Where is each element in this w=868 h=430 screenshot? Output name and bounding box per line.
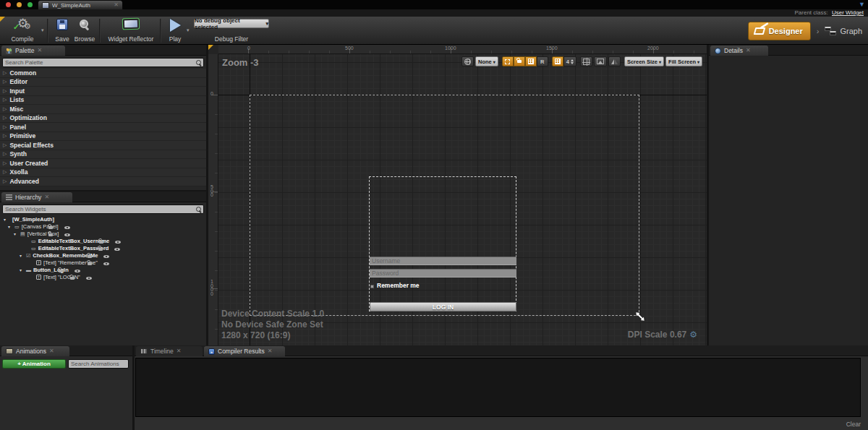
close-tab-icon[interactable]: ✕ (746, 48, 751, 53)
expander-icon[interactable]: ▷ (3, 142, 7, 148)
window-menu-icon[interactable]: ▼ (859, 1, 865, 8)
localization-preview-button[interactable] (461, 56, 474, 66)
expander-icon[interactable]: ▷ (3, 97, 7, 103)
tab-animations[interactable]: Animations ✕ (1, 346, 69, 356)
lock-icon[interactable] (88, 262, 92, 265)
tab-details[interactable]: Details ✕ (710, 46, 768, 56)
expander-icon[interactable]: ▾ (14, 231, 18, 236)
palette-category-row[interactable]: ▷ Xsolla (0, 168, 206, 178)
tab-hierarchy[interactable]: Hierarchy ✕ (1, 192, 72, 202)
hierarchy-tree-row[interactable]: T [Text] "LOG IN" (0, 273, 206, 280)
close-tab-icon[interactable]: ✕ (37, 48, 42, 53)
save-button[interactable]: Save (53, 19, 72, 43)
palette-category-row[interactable]: ▷ Optimization (0, 114, 206, 124)
add-animation-button[interactable]: + Animation (2, 359, 66, 369)
widget-reflector-button[interactable]: Widget Reflector (105, 19, 157, 43)
preview-culture-dropdown[interactable]: None ▾ (475, 56, 498, 66)
palette-category-row[interactable]: ▷ Lists (0, 96, 206, 106)
palette-category-row[interactable]: ▷ Common (0, 69, 206, 78)
compile-button[interactable]: ⚙⚙✓ Compile (6, 19, 39, 43)
splitter[interactable] (707, 45, 709, 345)
lock-icon[interactable] (70, 277, 75, 280)
login-button-widget[interactable]: LOG IN (370, 302, 516, 311)
lock-icon[interactable] (98, 248, 103, 251)
palette-category-row[interactable]: ▷ Special Effects (0, 141, 206, 150)
tab-palette[interactable]: Palette ✕ (1, 46, 65, 56)
widget-alignment-button[interactable] (580, 56, 592, 66)
splitter[interactable] (0, 190, 206, 192)
palette-category-row[interactable]: ▷ Panel (0, 123, 206, 132)
grid-snapping-toggle[interactable] (552, 56, 563, 66)
respect-locks-r-button[interactable]: R (537, 56, 548, 66)
close-tab-icon[interactable]: ✕ (176, 348, 182, 354)
palette-category-row[interactable]: ▷ Input (0, 87, 206, 96)
hierarchy-tree-row[interactable]: ▭ EditableTextBox_Password (0, 244, 206, 251)
hierarchy-tree-row[interactable]: ▾ ▬ Button_LogIn (0, 266, 206, 273)
palette-category-row[interactable]: ▷ Editor (0, 78, 206, 87)
expander-icon[interactable]: ▷ (3, 179, 7, 184)
expander-icon[interactable]: ▷ (3, 133, 7, 139)
snap-size-stepper[interactable]: 4 (563, 56, 576, 66)
username-textbox[interactable]: Username (370, 257, 516, 265)
close-tab-icon[interactable]: ✕ (49, 348, 54, 354)
play-options-chevron-icon[interactable]: ▾ (187, 27, 190, 33)
minimize-window-button[interactable] (17, 2, 22, 7)
hierarchy-tree-row[interactable]: ▾ ▭ [Canvas Panel] (0, 223, 206, 230)
show-outlines-toggle[interactable] (502, 56, 514, 66)
play-button[interactable]: Play (166, 19, 184, 43)
expander-icon[interactable]: ▷ (3, 124, 7, 130)
hierarchy-tree-row[interactable]: ▾ ▤ [Vertical Box] (0, 230, 206, 237)
visibility-eye-icon[interactable] (64, 232, 70, 237)
palette-search-input[interactable] (3, 59, 195, 66)
visibility-eye-icon[interactable] (86, 275, 92, 280)
browse-button[interactable]: Browse (73, 19, 96, 43)
close-tab-icon[interactable]: ✕ (44, 194, 49, 200)
visibility-eye-icon[interactable] (103, 254, 109, 259)
vertical-box-selection-outline[interactable] (369, 176, 516, 311)
remember-me-checkbox[interactable] (370, 285, 374, 288)
expander-icon[interactable]: ▷ (3, 70, 7, 76)
compile-options-chevron-icon[interactable]: ▾ (41, 27, 44, 33)
lock-icon[interactable] (48, 226, 53, 229)
lock-icon[interactable] (48, 233, 53, 236)
tab-compiler-results[interactable]: » Compiler Results ✕ (204, 346, 285, 356)
expander-icon[interactable]: ▷ (3, 106, 7, 112)
splitter[interactable] (132, 345, 135, 430)
expander-icon[interactable]: ▷ (3, 151, 7, 157)
close-window-button[interactable] (6, 2, 11, 7)
maximize-window-button[interactable] (27, 2, 33, 7)
graph-mode-button[interactable]: Graph (825, 27, 862, 35)
expander-icon[interactable]: ▷ (3, 88, 7, 94)
expander-icon[interactable]: ▷ (3, 169, 7, 175)
dpi-settings-gear-icon[interactable]: ⚙ (689, 330, 697, 340)
hierarchy-tree-row[interactable]: ▾ ☑ CheckBox_RememberMe (0, 251, 206, 259)
hierarchy-tree-row[interactable]: ▾ [W_SimpleAuth] (0, 215, 206, 223)
close-tab-icon[interactable]: ✕ (268, 348, 273, 354)
visibility-eye-icon[interactable] (114, 246, 120, 251)
debug-object-dropdown[interactable]: No debug object selected ▾ (194, 19, 269, 28)
expander-icon[interactable]: ▾ (20, 267, 24, 272)
designer-mode-button[interactable]: Designer (748, 22, 811, 40)
canvas-viewport[interactable]: Zoom -3 Username Password Remember me LO… (218, 54, 707, 345)
tab-timeline[interactable]: Timeline ✕ (136, 346, 203, 356)
hierarchy-tree-row[interactable]: T [Text] "Remember me" (0, 259, 206, 266)
lock-icon[interactable] (59, 270, 63, 272)
flip-preview-button[interactable] (608, 56, 621, 66)
visibility-eye-icon[interactable] (103, 261, 109, 266)
asset-tab[interactable]: W_SimpleAuth ✕ (38, 0, 123, 9)
preview-background-button[interactable] (594, 56, 607, 66)
palette-category-row[interactable]: ▷ Primitive (0, 132, 206, 142)
parent-class-link[interactable]: User Widget (832, 9, 864, 16)
visibility-eye-icon[interactable] (115, 239, 121, 244)
expander-icon[interactable]: ▾ (4, 217, 8, 222)
close-tab-icon[interactable]: ✕ (114, 2, 119, 8)
lock-icon[interactable] (88, 255, 92, 258)
lock-icon[interactable] (99, 241, 103, 244)
palette-category-row[interactable]: ▷ Synth (0, 150, 206, 160)
respect-locks-toggle[interactable] (525, 56, 537, 66)
compiler-results-log[interactable] (135, 358, 861, 417)
lock-widgets-toggle[interactable] (514, 56, 525, 66)
expander-icon[interactable]: ▾ (8, 224, 12, 229)
palette-category-row[interactable]: ▷ User Created (0, 159, 206, 168)
password-textbox[interactable]: Password (370, 269, 516, 278)
